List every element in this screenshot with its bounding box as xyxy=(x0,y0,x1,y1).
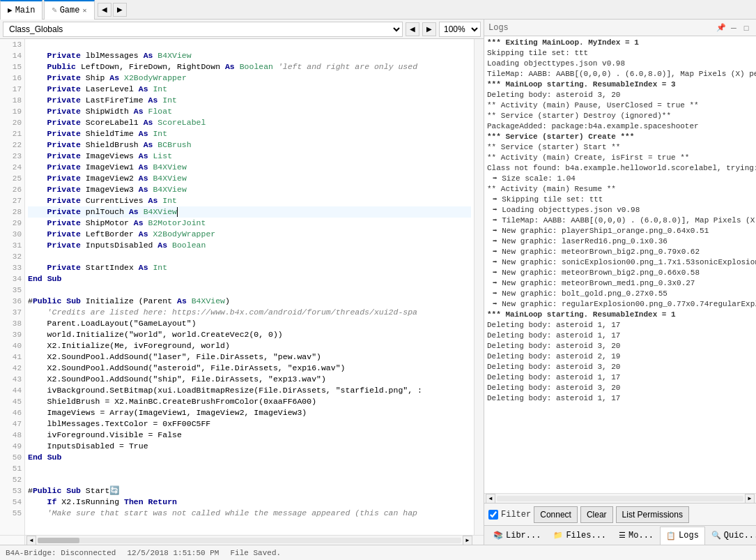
code-line[interactable]: ImageViews = Array(ImageView1, ImageView… xyxy=(28,407,471,418)
code-line[interactable]: X2.Initialize(Me, ivForeground, world) xyxy=(28,340,471,351)
line-number: 40 xyxy=(0,340,24,351)
log-line: *** MainLoop starting. ResumableIndex = … xyxy=(487,310,753,320)
log-line: ➡ New graphic: meteorBrown_big2.png_0.79… xyxy=(487,247,753,257)
datetime: 12/5/2018 1:51:50 PM xyxy=(127,549,219,557)
log-line: ** Activity (main) Pause, UserClosed = t… xyxy=(487,100,753,111)
tab-game[interactable]: ✎ Game ✕ xyxy=(44,0,94,20)
code-line[interactable]: Private Ship As X2BodyWrapper xyxy=(28,73,471,84)
logs-content[interactable]: *** Exiting MainLoop. MyIndex = 1 Skippi… xyxy=(484,36,756,493)
clear-button[interactable]: Clear xyxy=(580,506,613,523)
zoom-select[interactable]: 100% xyxy=(439,22,481,37)
code-line[interactable]: Private LeftBorder As X2BodyWrapper xyxy=(28,229,471,240)
log-line: Deleting body: asteroid 3, 20 xyxy=(487,90,753,100)
log-line: ➡ New graphic: regularExplosion00.png_0.… xyxy=(487,299,753,310)
files-tab-label: Files... xyxy=(566,531,606,540)
code-line[interactable]: Private pnlTouch As B4XView xyxy=(28,206,471,218)
code-line[interactable]: Parent.LoadLayout("GameLayout") xyxy=(28,318,471,329)
code-line[interactable] xyxy=(28,285,471,296)
code-line[interactable]: Private LastFireTime As Int xyxy=(28,95,471,106)
code-line[interactable]: Private CurrentLives As Int xyxy=(28,195,471,206)
logs-tab-icon: 📋 xyxy=(666,531,676,540)
bottom-tab-logs[interactable]: 📋Logs xyxy=(660,527,705,545)
line-number: 29 xyxy=(0,218,24,229)
log-line: ** Service (starter) Destroy (ignored)** xyxy=(487,111,753,121)
log-line: ** Service (starter) Start ** xyxy=(487,142,753,153)
code-line[interactable]: InputsDisabled = True xyxy=(28,441,471,452)
code-line[interactable]: #Public Sub Initialize (Parent As B4XVie… xyxy=(28,296,471,307)
code-nav-left[interactable]: ◀ xyxy=(406,22,419,36)
logs-hscroll-right[interactable]: ▶ xyxy=(745,494,755,504)
code-line[interactable]: #Public Sub Start🔄 xyxy=(28,485,471,497)
bottom-tab-quick[interactable]: 🔍Quic... xyxy=(705,527,756,545)
connect-button[interactable]: Connect xyxy=(534,506,578,523)
code-line[interactable]: Private ScoreLabel1 As ScoreLabel xyxy=(28,117,471,128)
code-line[interactable]: X2.SoundPool.AddSound("ship", File.DirAs… xyxy=(28,374,471,385)
code-line[interactable]: Private ShieldBrush As BCBrush xyxy=(28,139,471,151)
log-line: ➡ New graphic: bolt_gold.png_0.27x0.55 xyxy=(487,289,753,299)
log-line: *** MainLoop starting. ResumableIndex = … xyxy=(487,80,753,90)
code-scrollbar[interactable] xyxy=(474,39,484,535)
code-line[interactable]: X2.SoundPool.AddSound("laser", File.DirA… xyxy=(28,351,471,363)
code-line[interactable]: End Sub xyxy=(28,452,471,463)
line-number: 50 xyxy=(0,452,24,463)
line-number: 37 xyxy=(0,307,24,318)
code-line[interactable]: 'Credits are listed here: https://www.b4… xyxy=(28,307,471,318)
tab-nav-right[interactable]: ▶ xyxy=(113,3,127,17)
bottom-tab-lib[interactable]: 📚Libr... xyxy=(487,527,547,545)
code-line[interactable] xyxy=(28,463,471,474)
logs-pin-btn[interactable]: 📌 xyxy=(716,22,727,33)
bottom-tab-files[interactable]: 📁Files... xyxy=(547,527,612,545)
tab-main[interactable]: ▶ Main xyxy=(0,0,43,20)
log-line: *** Exiting MainLoop. MyIndex = 1 xyxy=(487,38,753,48)
line-number: 49 xyxy=(0,441,24,452)
bottom-tab-more[interactable]: ☰Mo... xyxy=(612,527,660,545)
game-tab-close[interactable]: ✕ xyxy=(82,6,86,15)
code-line[interactable]: Private StartIndex As Int xyxy=(28,262,471,273)
code-line[interactable]: Private lblMessages As B4XView xyxy=(28,50,471,61)
log-line: ➡ New graphic: sonicExplosion00.png_1.7x… xyxy=(487,257,753,268)
line-number: 41 xyxy=(0,351,24,363)
code-line[interactable]: lblMessages.TextColor = 0xFF00C5FF xyxy=(28,418,471,430)
code-line[interactable]: ShieldBrush = X2.MainBC.CreateBrushFromC… xyxy=(28,396,471,407)
log-line: ➡ TileMap: AABB: AABB[(0,0,0) . (6.0,8.0… xyxy=(487,215,753,226)
code-line[interactable]: Private ImageView2 As B4XView xyxy=(28,173,471,184)
code-area: 1314151617181920212223242526272829303132… xyxy=(0,39,484,535)
code-line[interactable]: End Sub xyxy=(28,273,471,285)
logs-maximize-btn[interactable]: □ xyxy=(741,22,752,33)
code-line[interactable]: Private ShipMotor As B2MotorJoint xyxy=(28,218,471,229)
class-select[interactable]: Class_Globals xyxy=(3,22,403,37)
permissions-button[interactable]: List Permissions xyxy=(616,506,689,523)
code-line[interactable] xyxy=(28,251,471,262)
log-line: Loading objecttypes.json v0.98 xyxy=(487,59,753,69)
code-line[interactable]: Private ImageView1 As B4XView xyxy=(28,162,471,173)
logs-panel: Logs 📌 ─ □ *** Exiting MainLoop. MyIndex… xyxy=(484,20,756,545)
hscroll-right[interactable]: ▶ xyxy=(463,536,472,545)
log-line: ➡ New graphic: meteorBrown_med1.png_0.3x… xyxy=(487,278,753,289)
logs-hscroll-left[interactable]: ◀ xyxy=(486,494,495,504)
code-line[interactable]: Private ImageViews As List xyxy=(28,151,471,162)
code-nav-right[interactable]: ▶ xyxy=(422,22,436,36)
tab-nav-left[interactable]: ◀ xyxy=(98,3,111,17)
code-line[interactable]: Private ShipWidth As Float xyxy=(28,106,471,117)
connection-status: B4A-Bridge: Disconnected xyxy=(6,549,116,557)
code-line[interactable]: Public LeftDown, FireDown, RightDown As … xyxy=(28,61,471,73)
code-line[interactable] xyxy=(28,39,471,50)
code-line[interactable]: X2.SoundPool.AddSound("asteroid", File.D… xyxy=(28,363,471,374)
code-line[interactable]: 'Make sure that start was not called whi… xyxy=(28,508,471,519)
code-line[interactable]: Private InputsDisabled As Boolean xyxy=(28,240,471,251)
line-number: 28 xyxy=(0,206,24,218)
code-line[interactable]: Private LaserLevel As Int xyxy=(28,84,471,95)
line-number: 47 xyxy=(0,418,24,430)
logs-minimize-btn[interactable]: ─ xyxy=(728,22,739,33)
code-line[interactable]: Private ImageView3 As B4XView xyxy=(28,184,471,195)
filter-checkbox[interactable] xyxy=(488,510,498,520)
log-line: Class not found: b4a.example.helloworld.… xyxy=(487,163,753,174)
code-line[interactable]: Private ShieldTime As Int xyxy=(28,128,471,139)
code-content[interactable]: Private lblMessages As B4XView Public Le… xyxy=(25,39,474,535)
code-line[interactable]: If X2.IsRunning Then Return xyxy=(28,497,471,508)
code-line[interactable]: ivForeground.Visible = False xyxy=(28,430,471,441)
code-line[interactable] xyxy=(28,474,471,485)
hscroll-left[interactable]: ◀ xyxy=(26,536,36,545)
code-line[interactable]: world.Initialize("world", world.CreateVe… xyxy=(28,329,471,340)
code-line[interactable]: ivBackground.SetBitmap(xui.LoadBitmapRes… xyxy=(28,385,471,396)
